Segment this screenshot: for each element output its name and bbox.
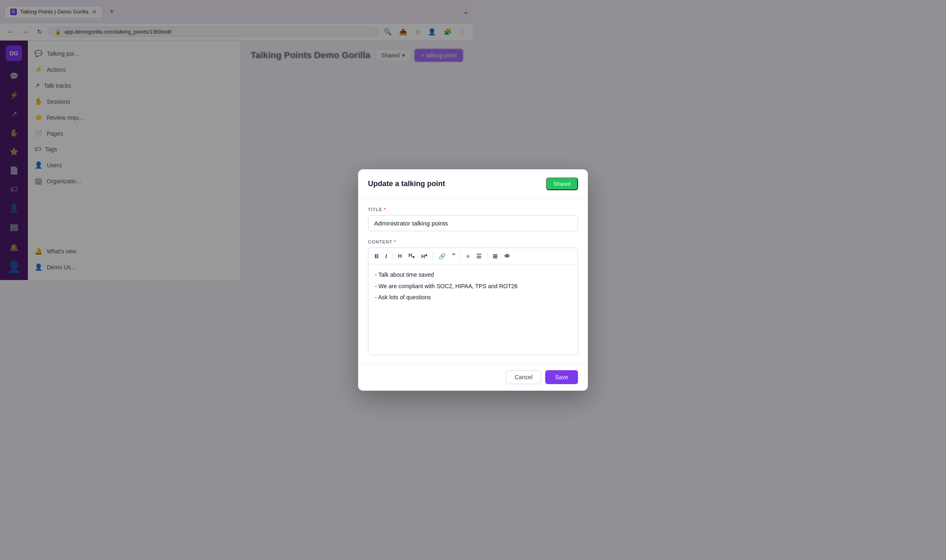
editor-toolbar: B I H H▾ H▴ 🔗 " ≡ ☰ ⊞ 👁 xyxy=(368,248,473,264)
content-required-marker: * xyxy=(394,239,396,244)
quote-button[interactable]: " xyxy=(449,251,458,262)
heading2-button[interactable]: H xyxy=(395,251,404,261)
content-field-label: CONTENT * xyxy=(368,239,473,244)
title-field-label: TITLE * xyxy=(368,207,473,212)
modal-overlay[interactable]: Update a talking point Shared TITLE * CO… xyxy=(0,0,473,280)
toolbar-separator-2 xyxy=(433,252,433,260)
title-required-marker: * xyxy=(384,207,386,212)
bold-button[interactable]: B xyxy=(372,251,382,261)
title-input[interactable] xyxy=(368,215,473,231)
link-button[interactable]: 🔗 xyxy=(436,251,448,261)
heading4-button[interactable]: H▴ xyxy=(418,250,430,261)
editor-content-area[interactable]: - Talk about time saved - We are complia… xyxy=(368,264,473,280)
italic-button[interactable]: I xyxy=(382,251,390,261)
heading3-button[interactable]: H▾ xyxy=(405,250,417,262)
content-editor: B I H H▾ H▴ 🔗 " ≡ ☰ ⊞ 👁 xyxy=(368,248,473,280)
modal-title: Update a talking point xyxy=(368,180,445,188)
toolbar-separator-3 xyxy=(461,252,461,260)
toolbar-separator-1 xyxy=(392,252,393,260)
modal-body: TITLE * CONTENT * B I H H▾ H▴ 🔗 xyxy=(358,199,473,280)
modal-header: Update a talking point Shared xyxy=(358,169,473,199)
update-talking-point-modal: Update a talking point Shared TITLE * CO… xyxy=(358,169,473,280)
bullet-list-button[interactable]: ≡ xyxy=(464,251,473,261)
content-line-1: - Talk about time saved xyxy=(375,270,473,280)
